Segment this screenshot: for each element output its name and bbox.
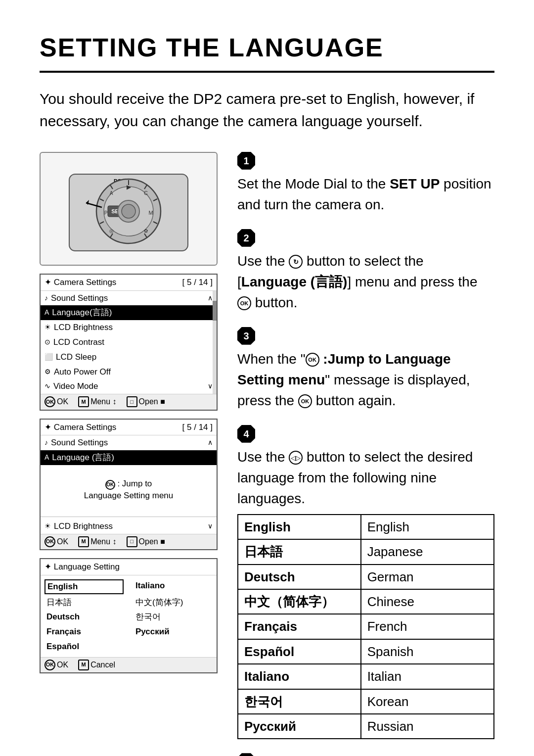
menu-screen-2-page: [ 5 / 14 ]	[182, 422, 213, 433]
step-2: 2 Use the ↻ button to select the [Langua…	[237, 229, 494, 313]
lang-korean: 한국어	[134, 611, 213, 623]
svg-text:▶: ▶	[127, 184, 132, 190]
menu-scroll-1: ♪ Sound Settings ∧ A Language(言語) ☀ LCD …	[41, 291, 217, 394]
lang-setting-screen: ✦ Language Setting English Italiano 日本語 …	[40, 558, 218, 673]
menu-item-sound: ♪ Sound Settings ∧	[41, 291, 217, 306]
lang-francais: Français	[44, 625, 124, 638]
step-1-number: 1	[237, 152, 255, 170]
lang-code-espanol: Español	[238, 639, 361, 664]
lang-screen-header: ✦ Language Setting	[41, 559, 217, 575]
lang-name-japanese: Japanese	[361, 539, 494, 564]
svg-text:A: A	[110, 190, 113, 196]
lang-code-italiano: Italiano	[238, 664, 361, 689]
jump-message-box: OK : Jump toLanguage Setting menu	[41, 465, 217, 515]
menu-item-language-highlighted: A Language(言語)	[41, 305, 217, 320]
menu-item-lcd-contrast: ⊙ LCD Contrast	[41, 335, 217, 350]
menu-screen-1-title: ✦ Camera Settings	[44, 277, 116, 288]
table-row: Deutsch German	[238, 565, 494, 589]
table-row: Italiano Italian	[238, 664, 494, 689]
lang-chinese: 中文(简体字)	[134, 596, 213, 609]
lang-name-korean: Korean	[361, 689, 494, 714]
menu-screen-2-footer: OK OK M Menu ↕ □ Open ■	[41, 534, 217, 549]
lang-english: English	[44, 579, 124, 594]
lang-japanese: 日本語	[44, 596, 124, 609]
lang-code-russian: Русский	[238, 714, 361, 739]
lang-name-chinese: Chinese	[361, 589, 494, 614]
lang-screen-footer: OK OK M Cancel	[41, 657, 217, 672]
svg-text:C: C	[144, 190, 148, 196]
lang-name-russian: Russian	[361, 714, 494, 739]
lang-name-english: English	[361, 515, 494, 539]
lang-name-francais: French	[361, 614, 494, 639]
svg-text:◎: ◎	[109, 228, 114, 234]
table-row: Русский Russian	[238, 714, 494, 739]
lang-name-espanol: Spanish	[361, 639, 494, 664]
menu-screen-2: ✦ Camera Settings [ 5 / 14 ] ♪ Sound Set…	[40, 419, 218, 550]
jump-message-text: OK : Jump toLanguage Setting menu	[44, 470, 213, 510]
table-row: Français French	[238, 614, 494, 639]
svg-text:✿: ✿	[144, 228, 148, 234]
lang-name-deutsch: German	[361, 565, 494, 589]
step-3-text: When the "OK :Jump to Language Setting m…	[237, 349, 494, 411]
lang-grid: English Italiano 日本語 中文(简体字) Deutsch 한국어…	[41, 575, 217, 657]
lang-code-korean: 한국어	[238, 689, 361, 714]
lang-deutsch: Deutsch	[44, 611, 124, 623]
language-table: English English 日本語 Japanese Deutsch Ger…	[237, 514, 494, 740]
menu-screen-1: ✦ Camera Settings [ 5 / 14 ] ♪ Sound Set…	[40, 274, 218, 411]
lang-espanol: Español	[44, 640, 124, 653]
lang-code-deutsch: Deutsch	[238, 565, 361, 589]
intro-text: You should receive the DP2 camera pre-se…	[40, 88, 494, 132]
lang-code-chinese: 中文（简体字）	[238, 589, 361, 614]
menu-item-video-mode: ∿ Video Mode ∨	[41, 379, 217, 394]
step-2-number: 2	[237, 229, 255, 247]
menu-screen-2-title: ✦ Camera Settings	[44, 422, 116, 433]
table-row: 日本語 Japanese	[238, 539, 494, 564]
step-4: 4 Use the ◁▷ button to select the desire…	[237, 425, 494, 740]
step-1: 1 Set the Mode Dial to the SET UP positi…	[237, 152, 494, 215]
menu-screen-2-sound: ♪ Sound Settings ∧	[41, 435, 217, 450]
table-row: 한국어 Korean	[238, 689, 494, 714]
lang-russian: Русский	[134, 625, 213, 638]
lang-italiano: Italiano	[134, 579, 213, 594]
lang-code-japanese: 日本語	[238, 539, 361, 564]
menu-screen-1-page: [ 5 / 14 ]	[182, 277, 213, 288]
lang-code-francais: Français	[238, 614, 361, 639]
menu-item-lcd-sleep: ⬜ LCD Sleep	[41, 350, 217, 365]
table-row: 中文（简体字） Chinese	[238, 589, 494, 614]
step-1-text: Set the Mode Dial to the SET UP position…	[237, 174, 494, 215]
step-4-text: Use the ◁▷ button to select the desired …	[237, 447, 494, 509]
svg-text:P: P	[104, 210, 108, 216]
menu-screen-2-header: ✦ Camera Settings [ 5 / 14 ]	[41, 420, 217, 436]
svg-point-18	[122, 204, 135, 218]
step-5: 5 Press the OK button to apply the setti…	[237, 753, 494, 756]
menu-item-lcd-brightness: ☀ LCD Brightness	[41, 320, 217, 335]
step-4-number: 4	[237, 425, 255, 443]
step-3-number: 3	[237, 327, 255, 345]
page-title: SETTING THE LANGUAGE	[40, 30, 494, 73]
camera-top-diagram: POWER SET UP	[40, 152, 218, 266]
menu-screen-1-footer: OK OK M Menu ↕ □ Open ■	[41, 394, 217, 409]
step-3: 3 When the "OK :Jump to Language Setting…	[237, 327, 494, 411]
svg-text:M: M	[148, 210, 153, 216]
table-row: English English	[238, 515, 494, 539]
step-2-text: Use the ↻ button to select the [Language…	[237, 251, 494, 313]
left-column: POWER SET UP	[40, 152, 218, 756]
right-column: 1 Set the Mode Dial to the SET UP positi…	[237, 152, 494, 756]
menu-screen-1-header: ✦ Camera Settings [ 5 / 14 ]	[41, 275, 217, 291]
menu-screen-2-language: A Language (言語)	[41, 450, 217, 465]
menu-screen-2-lcd: ☀ LCD Brightness ∨	[41, 519, 217, 534]
menu-item-auto-power: ⚙ Auto Power Off	[41, 365, 217, 379]
table-row: Español Spanish	[238, 639, 494, 664]
main-content: POWER SET UP	[40, 152, 494, 756]
lang-name-italiano: Italian	[361, 664, 494, 689]
step-5-number: 5	[237, 753, 255, 756]
lang-code-english: English	[238, 515, 361, 539]
